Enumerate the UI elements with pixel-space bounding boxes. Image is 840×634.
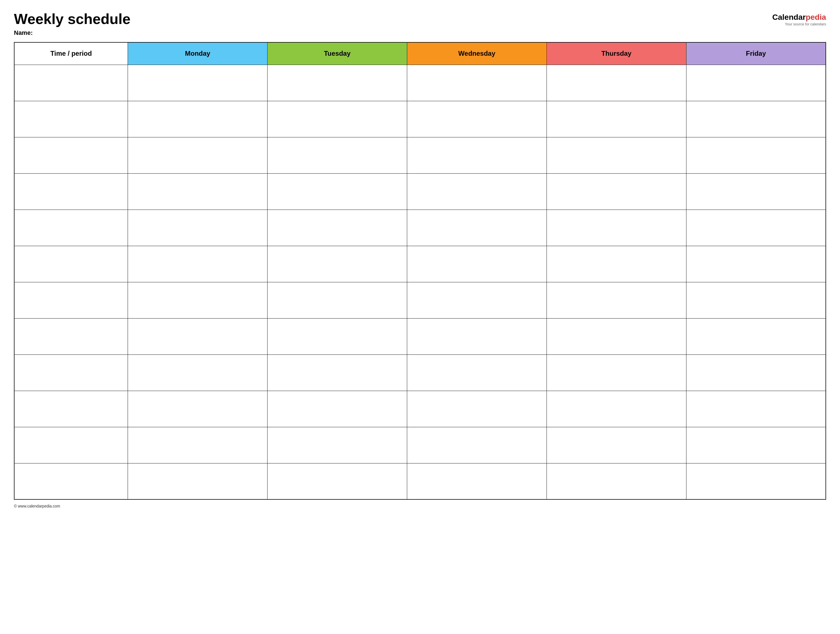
- day-cell[interactable]: [407, 355, 546, 391]
- title-section: Weekly schedule Name:: [14, 11, 130, 36]
- day-cell[interactable]: [268, 391, 407, 427]
- col-header-friday: Friday: [686, 43, 826, 65]
- time-cell[interactable]: [14, 282, 128, 318]
- table-row: [14, 391, 826, 427]
- day-cell[interactable]: [407, 210, 546, 246]
- col-header-thursday: Thursday: [546, 43, 686, 65]
- time-cell[interactable]: [14, 246, 128, 282]
- time-cell[interactable]: [14, 391, 128, 427]
- day-cell[interactable]: [128, 65, 268, 101]
- logo-pedia: pedia: [806, 13, 826, 22]
- day-cell[interactable]: [268, 210, 407, 246]
- day-cell[interactable]: [407, 318, 546, 355]
- day-cell[interactable]: [546, 246, 686, 282]
- day-cell[interactable]: [128, 137, 268, 173]
- time-cell[interactable]: [14, 463, 128, 499]
- day-cell[interactable]: [686, 355, 826, 391]
- time-cell[interactable]: [14, 65, 128, 101]
- table-row: [14, 282, 826, 318]
- col-header-time: Time / period: [14, 43, 128, 65]
- day-cell[interactable]: [546, 463, 686, 499]
- day-cell[interactable]: [128, 173, 268, 210]
- day-cell[interactable]: [686, 463, 826, 499]
- table-row: [14, 355, 826, 391]
- col-header-tuesday: Tuesday: [268, 43, 407, 65]
- day-cell[interactable]: [546, 427, 686, 463]
- day-cell[interactable]: [686, 318, 826, 355]
- time-cell[interactable]: [14, 173, 128, 210]
- day-cell[interactable]: [268, 282, 407, 318]
- day-cell[interactable]: [128, 101, 268, 137]
- time-cell[interactable]: [14, 427, 128, 463]
- day-cell[interactable]: [546, 282, 686, 318]
- day-cell[interactable]: [268, 65, 407, 101]
- day-cell[interactable]: [546, 210, 686, 246]
- day-cell[interactable]: [268, 101, 407, 137]
- day-cell[interactable]: [686, 427, 826, 463]
- schedule-table: Time / period Monday Tuesday Wednesday T…: [14, 42, 826, 500]
- page-title: Weekly schedule: [14, 11, 130, 27]
- name-label: Name:: [14, 29, 130, 36]
- day-cell[interactable]: [128, 427, 268, 463]
- day-cell[interactable]: [686, 282, 826, 318]
- day-cell[interactable]: [407, 427, 546, 463]
- day-cell[interactable]: [128, 463, 268, 499]
- time-cell[interactable]: [14, 101, 128, 137]
- day-cell[interactable]: [407, 463, 546, 499]
- table-row: [14, 65, 826, 101]
- table-row: [14, 427, 826, 463]
- day-cell[interactable]: [686, 391, 826, 427]
- day-cell[interactable]: [128, 391, 268, 427]
- footer: © www.calendarpedia.com: [14, 504, 826, 508]
- logo-section: Calendarpedia Your source for calendars: [772, 11, 826, 26]
- day-cell[interactable]: [128, 210, 268, 246]
- day-cell[interactable]: [128, 282, 268, 318]
- day-cell[interactable]: [686, 65, 826, 101]
- table-row: [14, 101, 826, 137]
- day-cell[interactable]: [686, 246, 826, 282]
- day-cell[interactable]: [128, 355, 268, 391]
- logo-calendar: Calendar: [772, 13, 806, 22]
- day-cell[interactable]: [268, 463, 407, 499]
- day-cell[interactable]: [407, 65, 546, 101]
- time-cell[interactable]: [14, 355, 128, 391]
- day-cell[interactable]: [546, 65, 686, 101]
- page-header: Weekly schedule Name: Calendarpedia Your…: [14, 11, 826, 36]
- time-cell[interactable]: [14, 318, 128, 355]
- table-header-row: Time / period Monday Tuesday Wednesday T…: [14, 43, 826, 65]
- day-cell[interactable]: [407, 173, 546, 210]
- table-row: [14, 318, 826, 355]
- day-cell[interactable]: [686, 210, 826, 246]
- logo-text: Calendarpedia: [772, 13, 826, 22]
- day-cell[interactable]: [407, 246, 546, 282]
- day-cell[interactable]: [407, 101, 546, 137]
- day-cell[interactable]: [128, 318, 268, 355]
- table-row: [14, 210, 826, 246]
- day-cell[interactable]: [546, 173, 686, 210]
- time-cell[interactable]: [14, 210, 128, 246]
- day-cell[interactable]: [546, 355, 686, 391]
- col-header-wednesday: Wednesday: [407, 43, 546, 65]
- logo-tagline: Your source for calendars: [785, 22, 826, 26]
- day-cell[interactable]: [268, 246, 407, 282]
- day-cell[interactable]: [268, 318, 407, 355]
- day-cell[interactable]: [128, 246, 268, 282]
- day-cell[interactable]: [546, 101, 686, 137]
- copyright-text: © www.calendarpedia.com: [14, 504, 60, 508]
- day-cell[interactable]: [686, 137, 826, 173]
- day-cell[interactable]: [686, 173, 826, 210]
- day-cell[interactable]: [268, 355, 407, 391]
- day-cell[interactable]: [686, 101, 826, 137]
- day-cell[interactable]: [407, 391, 546, 427]
- day-cell[interactable]: [268, 137, 407, 173]
- schedule-body: [14, 65, 826, 499]
- day-cell[interactable]: [407, 282, 546, 318]
- day-cell[interactable]: [546, 137, 686, 173]
- day-cell[interactable]: [407, 137, 546, 173]
- day-cell[interactable]: [268, 427, 407, 463]
- table-row: [14, 463, 826, 499]
- day-cell[interactable]: [546, 391, 686, 427]
- day-cell[interactable]: [546, 318, 686, 355]
- day-cell[interactable]: [268, 173, 407, 210]
- time-cell[interactable]: [14, 137, 128, 173]
